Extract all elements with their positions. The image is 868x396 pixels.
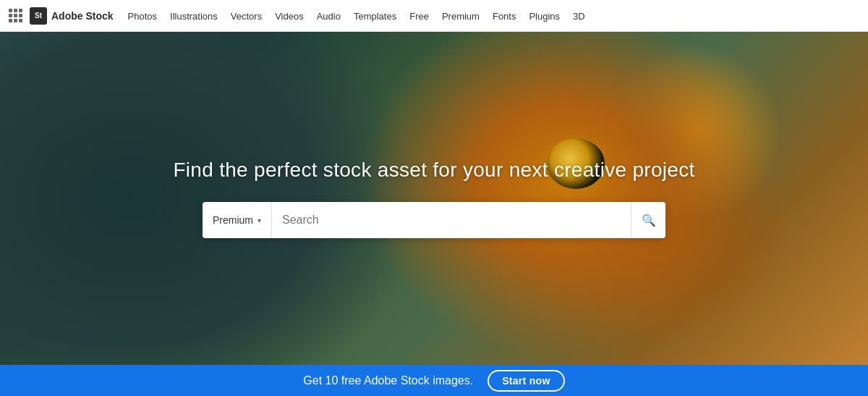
nav-item-templates[interactable]: Templates [354, 9, 396, 22]
nav-item-plugins[interactable]: Plugins [529, 9, 560, 22]
promo-banner: Get 10 free Adobe Stock images. Start no… [0, 365, 868, 396]
nav-item-premium[interactable]: Premium [442, 9, 480, 22]
app-grid-icon[interactable] [9, 9, 22, 22]
search-icon: 🔍 [642, 214, 656, 227]
search-input[interactable] [272, 202, 631, 238]
start-now-button[interactable]: Start now [488, 370, 564, 392]
nav-item-free[interactable]: Free [409, 9, 429, 22]
hero-content: Find the perfect stock asset for your ne… [0, 32, 868, 365]
nav-item-illustrations[interactable]: Illustrations [170, 9, 218, 22]
navbar: St Adobe Stock Photos Illustrations Vect… [0, 0, 868, 32]
promo-text: Get 10 free Adobe Stock images. [303, 374, 473, 387]
nav-item-3d[interactable]: 3D [573, 9, 585, 22]
search-button[interactable]: 🔍 [631, 202, 665, 238]
chevron-down-icon: ▾ [258, 216, 261, 224]
logo-box: St [30, 7, 47, 25]
hero-section: Find the perfect stock asset for your ne… [0, 32, 868, 365]
search-bar: Premium ▾ 🔍 [203, 202, 665, 238]
search-filter-dropdown[interactable]: Premium ▾ [203, 202, 272, 238]
nav-item-vectors[interactable]: Vectors [231, 9, 262, 22]
brand-logo[interactable]: St Adobe Stock [30, 7, 114, 25]
nav-item-audio[interactable]: Audio [317, 9, 341, 22]
nav-item-videos[interactable]: Videos [275, 9, 304, 22]
search-filter-label: Premium [213, 214, 253, 226]
hero-title: Find the perfect stock asset for your ne… [173, 159, 694, 182]
nav-item-photos[interactable]: Photos [128, 9, 157, 22]
nav-links: Photos Illustrations Vectors Videos Audi… [128, 9, 585, 22]
brand-name: Adobe Stock [51, 10, 114, 22]
nav-item-fonts[interactable]: Fonts [493, 9, 516, 22]
